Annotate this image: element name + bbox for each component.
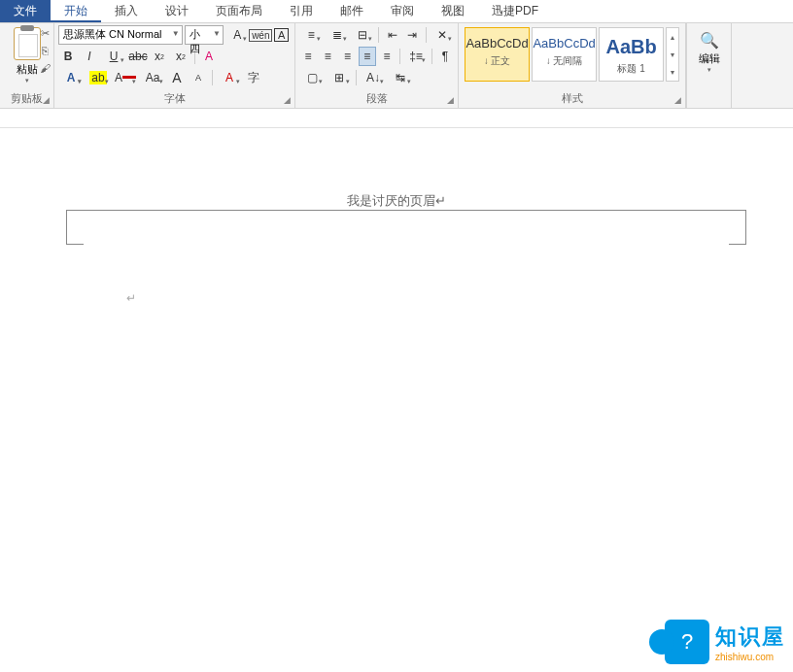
numbering-button[interactable]: ≣ bbox=[325, 25, 348, 45]
sort-button[interactable]: A↓ bbox=[361, 68, 386, 87]
tab-view[interactable]: 视图 bbox=[428, 0, 478, 22]
header-underline bbox=[66, 210, 746, 211]
char-shading-button[interactable]: 字 bbox=[244, 68, 263, 87]
bold-button[interactable]: B bbox=[58, 47, 78, 66]
style-preview: AaBbCcDd bbox=[533, 28, 596, 54]
grow-font-button[interactable]: A bbox=[225, 25, 249, 45]
tab-home[interactable]: 开始 bbox=[51, 0, 101, 22]
line-spacing-button[interactable]: ‡≡ bbox=[404, 47, 428, 66]
watermark-main: 知识屋 bbox=[715, 622, 785, 652]
ruler bbox=[0, 109, 793, 128]
justify-button[interactable]: ≡ bbox=[359, 47, 376, 66]
group-styles: AaBbCcDd ↓ 正文 AaBbCcDd ↓ 无间隔 AaBb 标题 1 ▴… bbox=[459, 23, 686, 108]
font-launcher[interactable]: ◢ bbox=[281, 94, 293, 106]
styles-launcher[interactable]: ◢ bbox=[672, 94, 683, 106]
group-edit: 🔍 编辑 ▾ bbox=[687, 23, 732, 108]
paste-label: 粘贴 bbox=[17, 62, 38, 77]
style-nospacing[interactable]: AaBbCcDd ↓ 无间隔 bbox=[532, 27, 597, 82]
increase-indent-button[interactable]: ⇥ bbox=[403, 25, 422, 45]
highlight-button[interactable]: ab bbox=[86, 68, 111, 87]
chevron-down-icon: ▼ bbox=[213, 29, 221, 38]
copy-icon[interactable]: ⎘ bbox=[38, 45, 52, 58]
document-area[interactable]: 我是讨厌的页眉↵ ↵ ? 知识屋 zhishiwu.com bbox=[0, 128, 793, 672]
font-name-combo[interactable]: 思源黑体 CN Normal ▼ bbox=[58, 25, 183, 45]
font-size-combo[interactable]: 小四 ▼ bbox=[185, 25, 224, 45]
tab-file[interactable]: 文件 bbox=[0, 0, 51, 22]
enclose-char-button[interactable]: A bbox=[217, 68, 242, 87]
styles-group-label: 样式 bbox=[459, 89, 685, 108]
clipboard-launcher[interactable]: ◢ bbox=[40, 94, 52, 106]
edit-label[interactable]: 编辑 bbox=[691, 51, 727, 66]
watermark-sub: zhishiwu.com bbox=[715, 652, 785, 662]
gallery-more-button[interactable]: ▴▾▾ bbox=[666, 27, 679, 82]
shrink-font-button[interactable]: A bbox=[189, 68, 208, 87]
header-margin-right bbox=[729, 210, 746, 245]
page-header-text[interactable]: 我是讨厌的页眉↵ bbox=[0, 192, 793, 210]
superscript-button[interactable]: x2 bbox=[171, 47, 190, 66]
show-marks-button[interactable]: ¶ bbox=[436, 47, 454, 66]
style-normal[interactable]: AaBbCcDd ↓ 正文 bbox=[465, 27, 530, 82]
tab-references[interactable]: 引用 bbox=[276, 0, 327, 22]
borders-button[interactable]: ⊞ bbox=[327, 68, 352, 87]
strikethrough-button[interactable]: abc bbox=[128, 47, 148, 66]
font-name-value: 思源黑体 CN Normal bbox=[63, 28, 161, 40]
tab-review[interactable]: 审阅 bbox=[377, 0, 428, 22]
group-clipboard: 粘贴 ▾ ✂ ⎘ 🖌 剪贴板 ◢ bbox=[0, 23, 54, 108]
decrease-indent-button[interactable]: ⇤ bbox=[383, 25, 401, 45]
find-icon[interactable]: 🔍 bbox=[691, 25, 727, 51]
paragraph-mark: ↵ bbox=[126, 291, 136, 305]
align-center-button[interactable]: ≡ bbox=[319, 47, 336, 66]
paragraph-group-label: 段落 bbox=[295, 89, 458, 108]
tab-mail[interactable]: 邮件 bbox=[327, 0, 377, 22]
ribbon: 粘贴 ▾ ✂ ⎘ 🖌 剪贴板 ◢ 思源黑体 CN Normal ▼ 小四 ▼ A… bbox=[0, 23, 793, 109]
pinyin-label: wén bbox=[249, 29, 272, 42]
style-preview: AaBbCcDd bbox=[465, 28, 529, 54]
cut-icon[interactable]: ✂ bbox=[38, 27, 52, 41]
style-gallery: AaBbCcDd ↓ 正文 AaBbCcDd ↓ 无间隔 AaBb 标题 1 ▴… bbox=[463, 25, 681, 84]
shading-button[interactable]: ▢ bbox=[299, 68, 325, 87]
paragraph-launcher[interactable]: ◢ bbox=[444, 94, 456, 106]
menu-tabs: 文件 开始 插入 设计 页面布局 引用 邮件 审阅 视图 迅捷PDF bbox=[0, 0, 793, 23]
align-right-button[interactable]: ≡ bbox=[339, 47, 357, 66]
style-heading1[interactable]: AaBb 标题 1 bbox=[599, 27, 664, 82]
grow-font-button2[interactable]: A bbox=[167, 68, 187, 87]
tabs-button[interactable]: ↹ bbox=[388, 68, 413, 87]
font-color-button[interactable]: A bbox=[113, 68, 138, 87]
watermark-badge-icon: ? bbox=[665, 620, 709, 664]
phonetic-guide-button[interactable]: wén bbox=[251, 25, 270, 45]
boxed-a-label: A bbox=[274, 28, 289, 42]
style-name: ↓ 正文 bbox=[465, 54, 529, 68]
style-name: 标题 1 bbox=[600, 62, 663, 76]
text-effects-button[interactable]: A bbox=[58, 68, 84, 87]
group-font: 思源黑体 CN Normal ▼ 小四 ▼ A wén A B I U abc … bbox=[54, 23, 295, 108]
chevron-down-icon: ▼ bbox=[172, 29, 180, 38]
align-left-button[interactable]: ≡ bbox=[299, 47, 317, 66]
clear-formatting-button[interactable]: A bbox=[199, 47, 219, 66]
font-group-label: 字体 bbox=[54, 89, 294, 108]
tab-layout[interactable]: 页面布局 bbox=[202, 0, 276, 22]
style-preview: AaBb bbox=[600, 28, 663, 62]
tab-pdf[interactable]: 迅捷PDF bbox=[478, 0, 552, 22]
character-border-button[interactable]: A bbox=[272, 25, 291, 45]
paste-icon bbox=[14, 27, 41, 60]
asian-layout-button[interactable]: ✕ bbox=[431, 25, 454, 45]
multilevel-button[interactable]: ⊟ bbox=[351, 25, 374, 45]
change-case-button[interactable]: Aa bbox=[140, 68, 165, 87]
header-margin-left bbox=[66, 210, 84, 245]
bullets-button[interactable]: ≡ bbox=[299, 25, 323, 45]
watermark: ? 知识屋 zhishiwu.com bbox=[665, 620, 785, 664]
group-paragraph: ≡ ≣ ⊟ ⇤ ⇥ ✕ ≡ ≡ ≡ ≡ ≡ ‡≡ ¶ ▢ ⊞ A↓ ↹ 段落 bbox=[295, 23, 459, 108]
subscript-button[interactable]: x2 bbox=[150, 47, 169, 66]
style-name: ↓ 无间隔 bbox=[533, 54, 596, 68]
font-size-value: 小四 bbox=[190, 28, 200, 54]
underline-button[interactable]: U bbox=[101, 47, 126, 66]
tab-insert[interactable]: 插入 bbox=[101, 0, 152, 22]
tab-design[interactable]: 设计 bbox=[152, 0, 202, 22]
italic-button[interactable]: I bbox=[80, 47, 99, 66]
format-painter-icon[interactable]: 🖌 bbox=[38, 62, 52, 76]
distribute-button[interactable]: ≡ bbox=[378, 47, 396, 66]
